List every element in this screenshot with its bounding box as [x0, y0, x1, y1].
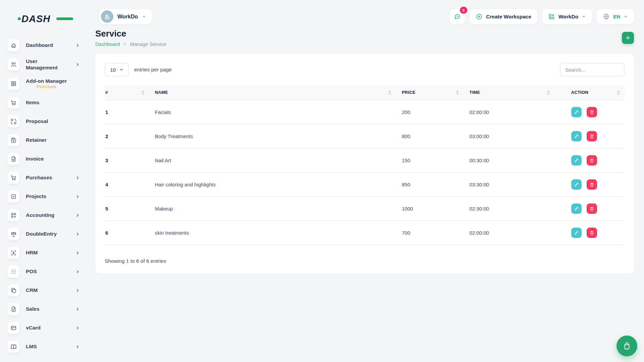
delete-button[interactable] [587, 107, 597, 117]
pencil-icon [574, 110, 579, 115]
search-input[interactable] [560, 63, 625, 76]
workspace-selector[interactable]: WorkDo [99, 9, 152, 24]
chevron-down-icon [582, 14, 586, 19]
row-number-cell: 6 [105, 221, 149, 245]
sidebar-item-accounting[interactable]: Accounting [7, 209, 95, 221]
service-time-cell: 00:30:00 [464, 148, 554, 173]
row-number-cell: 1 [105, 100, 149, 124]
service-price-cell: 800 [396, 124, 464, 148]
sidebar-item-pos[interactable]: POS [7, 265, 95, 278]
chevron-right-icon [75, 288, 80, 293]
book-icon [7, 341, 19, 353]
sort-icon [547, 90, 550, 95]
sidebar-item-label: LMS [26, 343, 37, 350]
edit-button[interactable] [571, 107, 582, 117]
service-name-cell: Makeup [149, 197, 396, 221]
sidebar-item-crm[interactable]: CRM [7, 284, 95, 296]
logo-dot-icon [18, 17, 21, 20]
sidebar-item-invoice[interactable]: Invoice [7, 153, 95, 165]
table-row: 1 Facials 200 02:00:00 [105, 100, 625, 124]
edit-button[interactable] [571, 203, 582, 214]
breadcrumb-dashboard-link[interactable]: Dashboard [95, 41, 120, 47]
sidebar-item-label: Purchases [26, 174, 52, 181]
workspace-switcher-button[interactable]: WorkDo [542, 9, 592, 24]
grid-add-icon [548, 13, 555, 20]
trash-icon [589, 110, 594, 115]
dots-grid-icon [7, 265, 19, 278]
messages-button[interactable]: 0 [450, 9, 465, 24]
trash-icon [589, 158, 594, 163]
sidebar-item-label: Sales [26, 306, 40, 312]
sidebar-item-label: CRM [26, 287, 38, 293]
column-header-price[interactable]: PRICE [396, 85, 464, 100]
edit-button[interactable] [571, 155, 582, 166]
service-price-cell: 1000 [396, 197, 464, 221]
edit-button[interactable] [571, 131, 582, 141]
create-workspace-button[interactable]: Create Workspace [470, 9, 537, 24]
row-actions-cell [554, 124, 625, 148]
table-row: 6 skin treatments 700 02:00:00 [105, 221, 625, 245]
sidebar-item-purchases[interactable]: Purchases [7, 172, 95, 184]
service-name-cell: Facials [149, 100, 396, 124]
delete-button[interactable] [587, 179, 597, 190]
sidebar-item-vcard[interactable]: vCard [7, 322, 95, 334]
column-header-name[interactable]: NAME [149, 85, 396, 100]
column-header-time[interactable]: TIME [464, 85, 554, 100]
page-size-value: 10 [110, 67, 116, 73]
sidebar: DASH Dashboard User Management Add-on Ma… [0, 0, 95, 362]
sidebar-item-sublabel: Premium [37, 84, 56, 90]
sidebar-item-dashboard[interactable]: Dashboard [7, 39, 95, 51]
transform-icon [7, 115, 19, 127]
page-size-select[interactable]: 10 [105, 63, 129, 76]
cart-fab-button[interactable] [616, 336, 637, 356]
breadcrumb: Dashboard Manage Service [95, 41, 166, 47]
edit-button[interactable] [571, 228, 582, 238]
row-number-cell: 2 [105, 124, 149, 148]
main-content: WorkDo 0 Create Workspace WorkDo [95, 0, 644, 362]
sidebar-item-projects[interactable]: Projects [7, 190, 95, 202]
delete-button[interactable] [587, 131, 597, 141]
service-price-cell: 850 [396, 173, 464, 197]
column-header-num[interactable]: # [105, 85, 149, 100]
sidebar-item-sales[interactable]: Sales [7, 303, 95, 315]
sort-icon [388, 90, 391, 95]
language-button[interactable]: EN [597, 9, 634, 24]
delete-button[interactable] [587, 155, 597, 166]
sidebar-item-user-management[interactable]: User Management [7, 58, 95, 71]
edit-button[interactable] [571, 179, 582, 190]
create-workspace-label: Create Workspace [486, 14, 531, 20]
pencil-icon [574, 206, 579, 211]
sidebar-item-label: Proposal [26, 118, 48, 124]
service-price-cell: 150 [396, 148, 464, 173]
table-footer-status: Showing 1 to 6 of 6 entries [105, 258, 625, 264]
notification-badge: 0 [460, 7, 467, 14]
sidebar-item-label: HRM [26, 249, 38, 256]
chevron-right-icon [75, 326, 80, 330]
sidebar-item-items[interactable]: Items [7, 97, 95, 109]
chevron-right-icon [75, 62, 80, 67]
apps-icon [7, 78, 19, 90]
add-service-button[interactable] [622, 32, 634, 44]
app-logo[interactable]: DASH [21, 13, 65, 23]
pencil-icon [574, 230, 579, 235]
sidebar-item-doubleentry[interactable]: DoubleEntry [7, 228, 95, 240]
sidebar-item-hrm[interactable]: HRM [7, 247, 95, 259]
chat-icon [453, 13, 461, 20]
chevron-right-icon [75, 194, 80, 199]
globe-icon [603, 13, 610, 20]
sort-icon [142, 90, 144, 95]
column-header-action[interactable]: ACTION [554, 85, 625, 100]
pencil-icon [574, 158, 579, 163]
sidebar-item-retainer[interactable]: Retainer [7, 134, 95, 146]
checkbox-icon [7, 190, 19, 202]
sidebar-item-add-on-manager[interactable]: Add-on Manager Premium [7, 78, 95, 90]
service-time-cell: 03:00:00 [464, 124, 554, 148]
sidebar-item-label: POS [26, 268, 37, 275]
sidebar-item-lms[interactable]: LMS [7, 341, 95, 353]
sidebar-item-label: Add-on Manager [26, 78, 67, 84]
plus-icon [625, 35, 631, 41]
delete-button[interactable] [587, 203, 597, 214]
sidebar-item-proposal[interactable]: Proposal [7, 115, 95, 127]
table-controls: 10 entries per page [105, 63, 625, 76]
delete-button[interactable] [587, 228, 597, 238]
